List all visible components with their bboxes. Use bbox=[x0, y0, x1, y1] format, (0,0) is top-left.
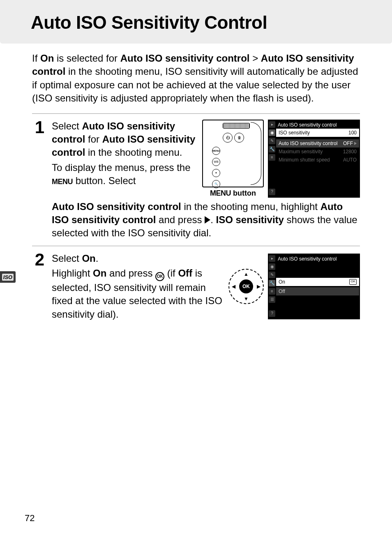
lcd-menu-tabs: ▸ ◉ ✎ 🔧 ≡ ? bbox=[269, 121, 275, 195]
page-number: 72 bbox=[25, 513, 35, 524]
lcd-row-iso: ISO sensitivity100 bbox=[276, 129, 359, 137]
step1-bold: Auto ISO sensitivity control bbox=[52, 201, 181, 212]
step2-text: Highlight bbox=[52, 268, 93, 279]
step1-continuation: Auto ISO sensitivity control in the shoo… bbox=[52, 200, 360, 240]
lcd-label: On bbox=[279, 279, 285, 285]
title-band: Auto ISO Sensitivity Control bbox=[0, 0, 392, 44]
intro-bold: On bbox=[40, 53, 54, 64]
caption-bold: button bbox=[231, 189, 256, 197]
menu-glyph: MENU bbox=[52, 178, 73, 186]
camera-figure-wrap: ⏻🗑 MENU WB ✦ 🔍 MENU button bbox=[202, 120, 264, 198]
step2-para: Highlight On and press OK (if Off is sel… bbox=[52, 267, 223, 321]
triangle-right-icon bbox=[205, 216, 210, 224]
ok-button-icon: OK bbox=[239, 279, 253, 293]
arrow-up-icon: ▲ bbox=[244, 271, 249, 277]
step-1: 1 Select Auto ISO sensitivity control fo… bbox=[32, 120, 360, 240]
lcd-value: 100 bbox=[348, 130, 357, 136]
lcd-tab-retouch-icon: ≡ bbox=[269, 288, 275, 295]
arrow-right-icon: ▶ bbox=[257, 284, 261, 289]
multi-selector-illustration: OK ▲ ▼ ◀ ▶ bbox=[228, 269, 264, 304]
camera-menu-btn-icon: MENU bbox=[212, 147, 220, 155]
ok-badge-icon: OK bbox=[349, 279, 357, 285]
arrow-down-icon: ▼ bbox=[244, 296, 249, 302]
lcd-row-autoiso: Auto ISO sensitivity controlOFF bbox=[276, 139, 359, 148]
lcd-label: Minimum shutter speed bbox=[279, 157, 330, 163]
step-number: 1 bbox=[32, 119, 44, 240]
lcd-value: OFF bbox=[343, 141, 353, 146]
step1-text: Select bbox=[52, 120, 82, 132]
step1-text: button. Select bbox=[73, 175, 136, 186]
lcd-tab-play-icon: ▸ bbox=[269, 121, 275, 128]
lcd-tab-pencil-icon: ✎ bbox=[269, 138, 275, 144]
lcd-menu-tabs: ▸ ◉ ✎ 🔧 ≡ ☰ ? bbox=[269, 255, 275, 317]
camera-btn-icon: 🗑 bbox=[234, 133, 244, 143]
camera-btn-icon: ✦ bbox=[212, 169, 220, 177]
lcd-tab-play-icon: ▸ bbox=[269, 255, 275, 262]
lcd-value: AUTO bbox=[343, 157, 357, 163]
step-number: 2 bbox=[32, 251, 44, 321]
step1-text: for bbox=[85, 134, 102, 145]
lcd-label: Off bbox=[279, 288, 285, 294]
arrow-left-icon: ◀ bbox=[232, 284, 235, 289]
lcd-tab-camera-icon: ◉ bbox=[269, 129, 275, 136]
camera-btn-icon: WB bbox=[212, 158, 220, 166]
step2-bold: On bbox=[82, 253, 95, 264]
step1-text: in the shooting menu, highlight bbox=[181, 201, 321, 212]
lcd-screenshot-1: ▸ ◉ ✎ 🔧 ≡ ? Auto ISO sensitivity control… bbox=[268, 120, 360, 198]
step2-bold: Off bbox=[178, 268, 192, 279]
intro-paragraph: If On is selected for Auto ISO sensitivi… bbox=[32, 52, 360, 105]
section-tab-label: ISO bbox=[2, 274, 14, 281]
lcd-label: Auto ISO sensitivity control bbox=[279, 141, 337, 146]
step2-bold: On bbox=[93, 268, 106, 279]
intro-bold: Auto ISO sensitivity control bbox=[120, 53, 250, 64]
step1-text: and press bbox=[156, 214, 205, 225]
lcd-tab-help-icon: ? bbox=[269, 189, 275, 195]
step1-text: To display the menus, press the bbox=[52, 162, 191, 173]
divider bbox=[32, 246, 360, 246]
step2-heading: Select On. bbox=[52, 253, 98, 264]
camera-body-icon bbox=[251, 122, 261, 185]
lcd-panel: Auto ISO sensitivity control ISO sensiti… bbox=[276, 121, 359, 195]
lcd-tab-list-icon: ☰ bbox=[269, 296, 275, 303]
divider bbox=[32, 113, 360, 114]
step2-text: . bbox=[96, 253, 99, 264]
lcd-row-minshutter: Minimum shutter speedAUTO bbox=[276, 156, 359, 164]
intro-text: > bbox=[249, 53, 261, 64]
lcd-tab-wrench-icon: 🔧 bbox=[269, 280, 275, 286]
camera-side-buttons: MENU WB ✦ 🔍 bbox=[211, 146, 221, 189]
lcd-option-off: Off bbox=[276, 287, 359, 295]
caption-menu-glyph: MENU bbox=[210, 189, 231, 197]
step1-text: in the shooting menu. bbox=[85, 147, 182, 158]
lcd-title: Auto ISO sensitivity control bbox=[276, 255, 359, 263]
lcd-row-maxsens: Maximum sensitivity12800 bbox=[276, 148, 359, 156]
intro-text: is selected for bbox=[54, 53, 120, 64]
intro-text: in the shooting menu, ISO sensitivity wi… bbox=[32, 66, 358, 104]
step1-bold: ISO sensitivity bbox=[216, 214, 284, 225]
lcd-tab-camera-icon: ◉ bbox=[269, 263, 275, 270]
lcd-label: ISO sensitivity bbox=[279, 130, 310, 136]
step1-para: To display the menus, press the MENU but… bbox=[52, 161, 196, 188]
lcd-tab-help-icon: ? bbox=[269, 310, 275, 317]
step2-text: and press bbox=[106, 268, 155, 279]
lcd-tab-wrench-icon: 🔧 bbox=[269, 146, 275, 152]
figure-caption: MENU button bbox=[202, 189, 264, 198]
step1-text: . bbox=[210, 214, 216, 225]
camera-btn-icon: 🔍 bbox=[212, 180, 220, 188]
lcd-tab-pencil-icon: ✎ bbox=[269, 272, 275, 278]
content-area: If On is selected for Auto ISO sensitivi… bbox=[0, 44, 392, 321]
lcd-screenshot-2: ▸ ◉ ✎ 🔧 ≡ ☰ ? Auto ISO sensitivity contr… bbox=[268, 254, 360, 319]
lcd-panel: Auto ISO sensitivity control OnOK Off bbox=[276, 255, 359, 317]
lcd-label: Maximum sensitivity bbox=[279, 149, 323, 155]
camera-top-buttons: ⏻🗑 bbox=[222, 132, 245, 143]
lcd-title: Auto ISO sensitivity control bbox=[276, 121, 359, 129]
intro-text: If bbox=[32, 53, 40, 64]
camera-grip-icon bbox=[223, 123, 250, 129]
lcd-value: 12800 bbox=[343, 149, 357, 155]
section-tab-iso: ISO bbox=[0, 271, 16, 283]
step-2: 2 Select On. Highlight On and press OK (… bbox=[32, 252, 360, 321]
page-title: Auto ISO Sensitivity Control bbox=[31, 12, 392, 33]
lcd-tab-retouch-icon: ≡ bbox=[269, 154, 275, 161]
chevron-right-icon bbox=[354, 142, 357, 145]
step2-text: Select bbox=[52, 253, 82, 264]
camera-btn-icon: ⏻ bbox=[223, 133, 233, 143]
